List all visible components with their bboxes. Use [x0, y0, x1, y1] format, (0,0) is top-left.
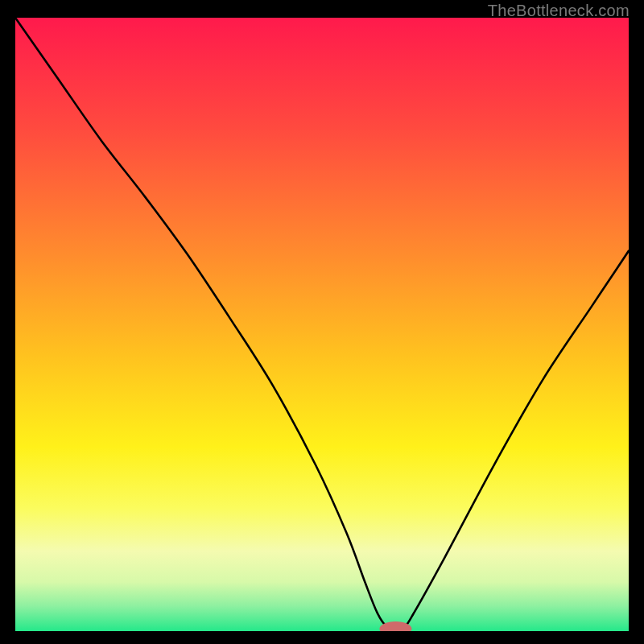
chart-frame: TheBottleneck.com: [0, 0, 644, 644]
watermark-text: TheBottleneck.com: [488, 2, 630, 20]
plot-area: [15, 18, 629, 631]
chart-svg: [15, 18, 629, 631]
gradient-background: [15, 18, 629, 631]
